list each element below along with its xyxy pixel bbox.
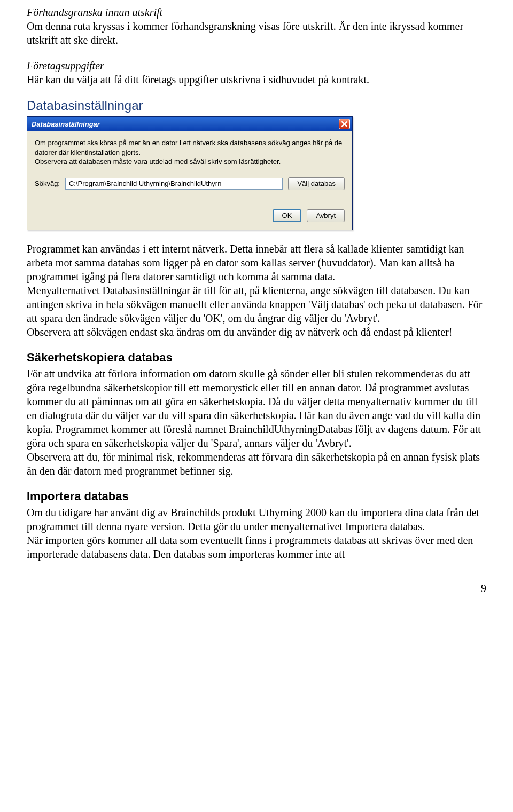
choose-database-button[interactable]: Välj databas <box>288 177 345 190</box>
path-label: Sökväg: <box>35 179 60 187</box>
dialog-screenshot: Databasinställningar Om programmet ska k… <box>27 116 486 230</box>
body-text: När importen görs kommer all data som ev… <box>27 533 486 561</box>
dialog-body: Om programmet ska köras på mer än en dat… <box>27 131 352 230</box>
body-text: Menyalternativet Databasinställningar är… <box>27 283 486 325</box>
close-button[interactable] <box>339 119 350 129</box>
dialog-title: Databasinställningar <box>32 120 100 128</box>
body-text: Om du tidigare har använt dig av Brainch… <box>27 506 486 533</box>
body-text: Observera att sökvägen endast ska ändras… <box>27 325 486 339</box>
body-text: Observera att du, för minimal risk, reko… <box>27 450 486 478</box>
page-number: 9 <box>27 582 486 595</box>
dialog-button-row: OK Avbryt <box>35 209 345 222</box>
body-text: Här kan du välja att få ditt företags up… <box>27 73 486 86</box>
heading-backup: Säkerhetskopiera databas <box>27 351 486 365</box>
heading-import: Importera databas <box>27 490 486 503</box>
dialog-titlebar: Databasinställningar <box>27 117 352 131</box>
close-icon <box>341 121 347 127</box>
document-page: Förhandsgranska innan utskrift Om denna … <box>0 0 513 611</box>
body-text: Om denna ruta kryssas i kommer förhandsg… <box>27 19 486 47</box>
body-text: För att undvika att förlora information … <box>27 367 486 450</box>
cancel-button[interactable]: Avbryt <box>307 209 345 222</box>
database-settings-dialog: Databasinställningar Om programmet ska k… <box>27 116 353 230</box>
body-text: Programmet kan användas i ett internt nä… <box>27 242 486 283</box>
subheading-preview: Förhandsgranska innan utskrift <box>27 5 486 19</box>
dialog-info-line2: Observera att databasen måste vara utdel… <box>35 157 281 165</box>
dialog-info-text: Om programmet ska köras på mer än en dat… <box>35 138 345 167</box>
path-input[interactable] <box>65 178 283 190</box>
path-row: Sökväg: Välj databas <box>35 177 345 190</box>
heading-database-settings: Databasinställningar <box>27 98 486 113</box>
dialog-info-line1: Om programmet ska köras på mer än en dat… <box>35 139 342 156</box>
subheading-company: Företagsuppgifter <box>27 59 486 73</box>
ok-button[interactable]: OK <box>273 209 302 222</box>
